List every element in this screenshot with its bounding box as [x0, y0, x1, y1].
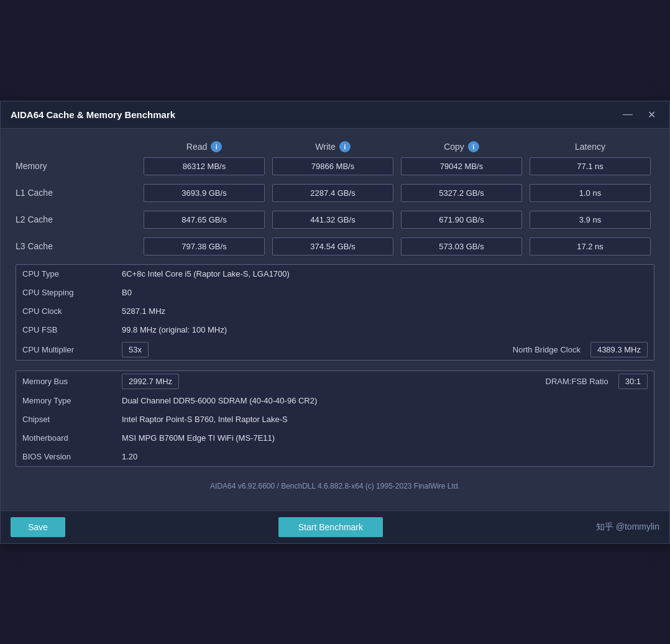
col-latency: Latency	[526, 142, 654, 152]
cpu-clock-label: CPU Clock	[22, 306, 122, 316]
cpu-multiplier-left: CPU Multiplier 53x	[22, 342, 513, 357]
cpu-multiplier-value: 53x	[122, 342, 149, 357]
chipset-value: Intel Raptor Point-S B760, Intel Raptor …	[122, 415, 648, 424]
north-bridge-value: 4389.3 MHz	[590, 342, 648, 357]
l3-latency: 17.2 ns	[530, 237, 651, 255]
watermark-text: 知乎 @tommylin	[596, 522, 659, 533]
bios-label: BIOS Version	[22, 452, 122, 461]
memory-bus-label: Memory Bus	[22, 377, 122, 386]
memory-bus-left: Memory Bus 2992.7 MHz	[22, 374, 546, 389]
main-window: AIDA64 Cache & Memory Benchmark — ✕ Read…	[0, 101, 670, 544]
close-button[interactable]: ✕	[644, 108, 659, 122]
memory-info-section: Memory Bus 2992.7 MHz DRAM:FSB Ratio 30:…	[16, 370, 654, 467]
motherboard-value: MSI MPG B760M Edge TI WiFi (MS-7E11)	[122, 433, 648, 443]
title-bar: AIDA64 Cache & Memory Benchmark — ✕	[1, 101, 669, 129]
motherboard-label: Motherboard	[22, 433, 122, 443]
memory-type-value: Dual Channel DDR5-6000 SDRAM (40-40-40-9…	[122, 396, 648, 405]
motherboard-row: Motherboard MSI MPG B760M Edge TI WiFi (…	[16, 429, 654, 448]
col-read: Read i	[140, 141, 268, 152]
cpu-fsb-label: CPU FSB	[22, 325, 122, 334]
cpu-info-section: CPU Type 6C+8c Intel Core i5 (Raptor Lak…	[16, 264, 654, 361]
cpu-stepping-row: CPU Stepping B0	[16, 283, 654, 302]
cpu-fsb-row: CPU FSB 99.8 MHz (original: 100 MHz)	[16, 321, 654, 339]
l3-read: 797.38 GB/s	[144, 237, 265, 255]
dram-fsb-right: DRAM:FSB Ratio 30:1	[546, 374, 648, 389]
col-copy: Copy i	[397, 141, 526, 152]
l3cache-row: L3 Cache 797.38 GB/s 374.54 GB/s 573.03 …	[16, 237, 654, 255]
memory-copy: 79042 MB/s	[401, 157, 522, 175]
chipset-label: Chipset	[22, 415, 122, 424]
l2-label: L2 Cache	[16, 214, 140, 224]
l1-latency: 1.0 ns	[530, 184, 651, 202]
cpu-type-label: CPU Type	[22, 269, 122, 278]
memory-row: Memory 86312 MB/s 79866 MB/s 79042 MB/s …	[16, 157, 654, 175]
dram-fsb-label: DRAM:FSB Ratio	[546, 377, 608, 386]
window-controls: — ✕	[619, 108, 659, 122]
memory-type-row: Memory Type Dual Channel DDR5-6000 SDRAM…	[16, 392, 654, 410]
l2cache-row: L2 Cache 847.65 GB/s 441.32 GB/s 671.90 …	[16, 211, 654, 229]
save-button[interactable]: Save	[11, 517, 65, 537]
copy-info-icon[interactable]: i	[468, 141, 479, 152]
bottom-bar: Save Start Benchmark 知乎 @tommylin	[1, 510, 669, 543]
write-info-icon[interactable]: i	[339, 141, 351, 152]
memory-bus-value: 2992.7 MHz	[122, 374, 179, 389]
l3-copy: 573.03 GB/s	[401, 237, 522, 255]
chipset-row: Chipset Intel Raptor Point-S B760, Intel…	[16, 410, 654, 429]
cpu-fsb-value: 99.8 MHz (original: 100 MHz)	[122, 325, 648, 334]
cpu-stepping-label: CPU Stepping	[22, 288, 122, 297]
cpu-stepping-value: B0	[122, 288, 648, 297]
cpu-clock-row: CPU Clock 5287.1 MHz	[16, 302, 654, 321]
memory-label: Memory	[16, 161, 140, 171]
dram-fsb-value: 30:1	[618, 374, 648, 389]
bios-row: BIOS Version 1.20	[16, 448, 654, 466]
cpu-multiplier-label: CPU Multiplier	[22, 345, 122, 354]
column-headers: Read i Write i Copy i Latency	[16, 141, 654, 152]
l2-write: 441.32 GB/s	[272, 211, 393, 229]
l1-write: 2287.4 GB/s	[272, 184, 393, 202]
read-info-icon[interactable]: i	[211, 141, 222, 152]
l1-label: L1 Cache	[16, 188, 140, 198]
memory-read: 86312 MB/s	[144, 157, 265, 175]
l1-copy: 5327.2 GB/s	[401, 184, 522, 202]
memory-type-label: Memory Type	[22, 396, 122, 405]
l3-write: 374.54 GB/s	[272, 237, 393, 255]
cpu-multiplier-row: CPU Multiplier 53x North Bridge Clock 43…	[16, 339, 654, 360]
bios-value: 1.20	[122, 452, 648, 461]
memory-bus-row: Memory Bus 2992.7 MHz DRAM:FSB Ratio 30:…	[16, 371, 654, 392]
north-bridge-label: North Bridge Clock	[513, 345, 581, 354]
start-benchmark-button[interactable]: Start Benchmark	[278, 517, 383, 537]
memory-latency: 77.1 ns	[530, 157, 651, 175]
north-bridge-right: North Bridge Clock 4389.3 MHz	[513, 342, 648, 357]
l1cache-row: L1 Cache 3693.9 GB/s 2287.4 GB/s 5327.2 …	[16, 184, 654, 202]
cpu-clock-value: 5287.1 MHz	[122, 306, 648, 316]
col-write: Write i	[268, 141, 397, 152]
l2-read: 847.65 GB/s	[144, 211, 265, 229]
cpu-type-value: 6C+8c Intel Core i5 (Raptor Lake-S, LGA1…	[122, 269, 648, 278]
cpu-type-row: CPU Type 6C+8c Intel Core i5 (Raptor Lak…	[16, 265, 654, 283]
window-title: AIDA64 Cache & Memory Benchmark	[11, 109, 175, 120]
l3-label: L3 Cache	[16, 241, 140, 251]
l2-copy: 671.90 GB/s	[401, 211, 522, 229]
l1-read: 3693.9 GB/s	[144, 184, 265, 202]
l2-latency: 3.9 ns	[530, 211, 651, 229]
content-area: Read i Write i Copy i Latency Memory 863…	[1, 129, 669, 510]
minimize-button[interactable]: —	[619, 108, 636, 121]
memory-write: 79866 MB/s	[272, 157, 393, 175]
footer-note: AIDA64 v6.92.6600 / BenchDLL 4.6.882.8-x…	[16, 477, 654, 498]
